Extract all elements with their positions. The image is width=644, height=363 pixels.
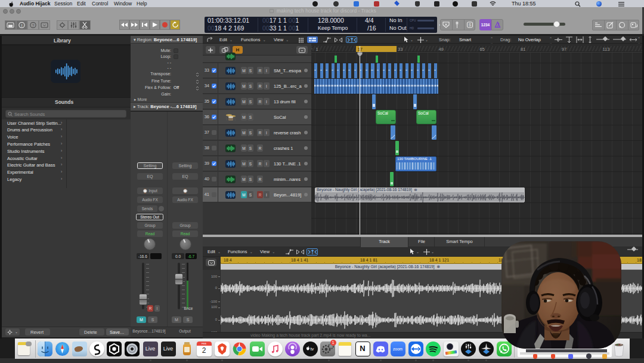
svg-text:tv: tv (310, 346, 314, 352)
svg-text:S: S (469, 23, 472, 27)
svg-text:?: ? (32, 23, 35, 27)
svg-text:i: i (21, 23, 23, 27)
